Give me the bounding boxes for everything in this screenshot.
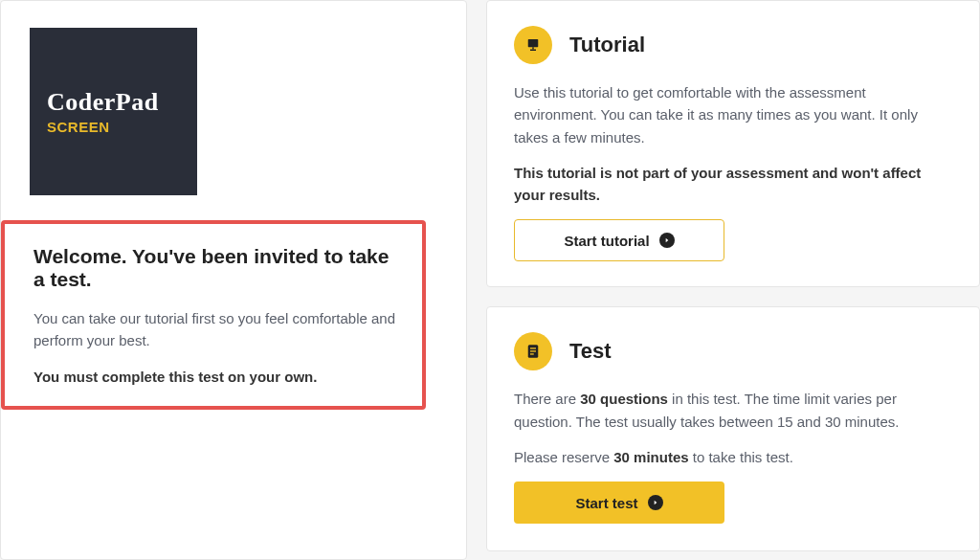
test-card: Test There are 30 questions in this test… [486,306,980,551]
welcome-box: Welcome. You've been invited to take a t… [1,220,426,410]
welcome-rule: You must complete this test on your own. [33,369,403,385]
chevron-right-icon [659,233,675,248]
brand-logo: CoderPad SCREEN [30,28,197,195]
start-tutorial-label: Start tutorial [564,233,649,249]
svg-rect-2 [530,50,536,52]
test-questions-line: There are 30 questions in this test. The… [514,388,952,433]
test-title: Test [569,339,612,364]
tutorial-desc: Use this tutorial to get comfortable wit… [514,81,952,148]
svg-rect-6 [530,354,534,355]
start-tutorial-button[interactable]: Start tutorial [514,219,724,261]
logo-sub-text: SCREEN [47,119,197,135]
tutorial-icon [514,26,552,64]
svg-rect-5 [530,351,536,352]
svg-rect-0 [528,39,539,47]
svg-rect-4 [530,348,536,349]
card-header: Tutorial [514,26,952,64]
right-column: Tutorial Use this tutorial to get comfor… [486,0,980,560]
start-test-button[interactable]: Start test [514,482,724,524]
chevron-right-icon [648,495,663,510]
tutorial-card: Tutorial Use this tutorial to get comfor… [486,0,980,287]
welcome-title: Welcome. You've been invited to take a t… [33,245,403,291]
card-header: Test [514,332,952,370]
tutorial-notice: This tutorial is not part of your assess… [514,162,952,207]
logo-main-text: CoderPad [47,88,197,117]
svg-rect-1 [532,47,534,49]
test-icon [514,332,552,370]
welcome-desc: You can take our tutorial first so you f… [33,308,403,351]
tutorial-title: Tutorial [569,33,645,57]
start-test-label: Start test [575,495,637,511]
welcome-panel: CoderPad SCREEN Welcome. You've been inv… [0,0,467,560]
test-reserve-line: Please reserve 30 minutes to take this t… [514,446,952,468]
